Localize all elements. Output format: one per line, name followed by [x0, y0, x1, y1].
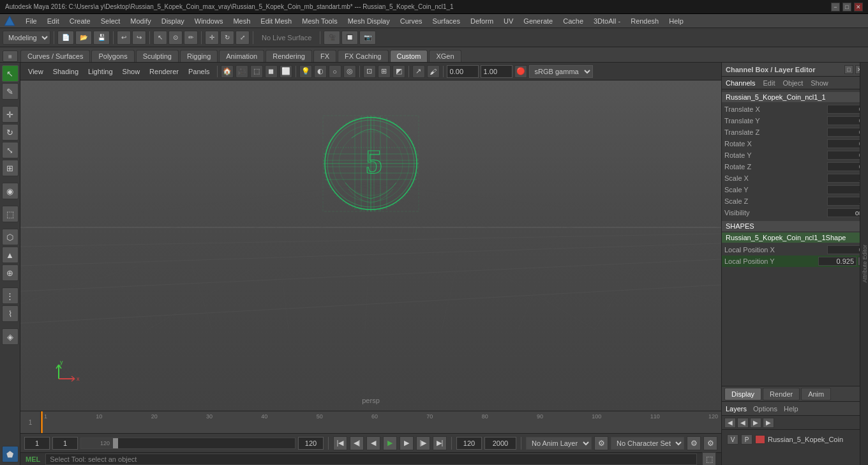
cb-tab-show[interactable]: Show — [811, 79, 828, 87]
soft-select-btn[interactable]: ◉ — [2, 183, 19, 199]
menu-item-windows[interactable]: Windows — [190, 16, 228, 26]
layers-tab-help[interactable]: Help — [784, 405, 798, 413]
lasso-tool-btn[interactable]: ⊙ — [168, 31, 183, 45]
anim-layer-select[interactable]: No Anim Layer — [526, 437, 592, 450]
rotate-btn[interactable]: ↻ — [2, 124, 19, 141]
vp-view-menu[interactable]: View — [24, 66, 47, 77]
vp-smooth-btn[interactable]: ◼ — [265, 65, 278, 78]
menu-item-mesh-display[interactable]: Mesh Display — [343, 16, 395, 26]
vp-select-btn[interactable]: ↗ — [412, 65, 425, 78]
marquee-btn[interactable]: ⬚ — [2, 206, 19, 222]
menu-item-display[interactable]: Display — [156, 16, 190, 26]
shelf-tab-fx[interactable]: FX — [313, 50, 336, 62]
shelf-shortcut-btn[interactable]: ⬟ — [2, 446, 19, 462]
vp-grid-btn[interactable]: ⊞ — [378, 65, 391, 78]
cb-attr-local-pos-y[interactable]: Local Position Y 0.925 ▼ — [722, 255, 868, 267]
camera-btn[interactable]: 🎥 — [324, 31, 340, 45]
cb-attr-translate-x[interactable]: Translate X 0 — [722, 103, 868, 115]
cb-tab-channels[interactable]: Channels — [726, 79, 755, 87]
menu-item-edit-mesh[interactable]: Edit Mesh — [255, 16, 297, 26]
shelf-tab-custom[interactable]: Custom — [390, 50, 428, 62]
disp-tab-display[interactable]: Display — [724, 388, 761, 400]
next-frame-btn[interactable]: ▶ — [400, 436, 414, 450]
menu-item-rendesh[interactable]: Rendesh — [625, 16, 664, 26]
cb-float-btn[interactable]: □ — [844, 65, 853, 74]
anim-layer-gear[interactable]: ⚙ — [594, 436, 608, 450]
layer-playback-btn[interactable]: P — [741, 434, 752, 445]
rotate-tool-btn[interactable]: ↻ — [220, 31, 234, 45]
vp-gamma-select[interactable]: sRGB gamma — [529, 65, 593, 78]
vp-renderer-menu[interactable]: Renderer — [146, 66, 183, 77]
layers-fwd-btn-2[interactable]: ▶ — [763, 418, 774, 428]
vp-shadow-btn[interactable]: ◐ — [314, 65, 327, 78]
shelf-tab-fx-caching[interactable]: FX Caching — [338, 50, 388, 62]
new-file-btn[interactable]: 📄 — [57, 31, 74, 45]
shelf-tab-sculpting[interactable]: Sculpting — [136, 50, 179, 62]
menu-item-select[interactable]: Select — [96, 16, 126, 26]
menu-item-curves[interactable]: Curves — [395, 16, 428, 26]
menu-item-3dtoall--[interactable]: 3DtoAll - — [588, 16, 625, 26]
cb-attr-rotate-x[interactable]: Rotate X 0 — [722, 138, 868, 149]
minimize-button[interactable]: − — [831, 3, 840, 11]
workspace-select[interactable]: Modeling — [3, 31, 50, 45]
vp-camera-btn[interactable]: 🎥 — [236, 65, 248, 78]
vp-isolate-btn[interactable]: ⊡ — [363, 65, 376, 78]
vp-hud-btn[interactable]: ◩ — [393, 65, 405, 78]
move-tool-btn[interactable]: ✛ — [205, 31, 219, 45]
cb-tab-object[interactable]: Object — [782, 79, 803, 87]
cb-attr-visibility[interactable]: Visibility on — [722, 207, 868, 218]
cb-attr-translate-z[interactable]: Translate Z 0 — [722, 126, 868, 138]
go-to-end-btn[interactable]: ▶| — [433, 436, 447, 450]
menu-item-deform[interactable]: Deform — [465, 16, 498, 26]
play-forward-btn[interactable]: ▶ — [383, 436, 397, 450]
cb-value-lpy[interactable]: 0.925 — [818, 257, 857, 266]
go-to-start-btn[interactable]: |◀ — [333, 436, 347, 450]
fps-input[interactable] — [484, 437, 516, 450]
close-button[interactable]: ✕ — [854, 3, 863, 11]
shelf-tab-xgen[interactable]: XGen — [429, 50, 461, 62]
open-file-btn[interactable]: 📂 — [75, 31, 92, 45]
display-layer-btn[interactable]: ◈ — [2, 328, 19, 345]
menu-item-modify[interactable]: Modify — [125, 16, 156, 26]
snapshot-btn[interactable]: 📷 — [359, 31, 376, 45]
cb-attr-scale-y[interactable]: Scale Y 1 — [722, 184, 868, 195]
vp-frame-input-1[interactable] — [447, 65, 479, 78]
attr-editor-tab-label[interactable]: Attribute Editor — [860, 242, 869, 286]
vp-frame-input-2[interactable] — [481, 65, 513, 78]
select-tool-btn[interactable]: ↖ — [153, 31, 167, 45]
snap-grid-btn[interactable]: ⋮ — [2, 287, 19, 304]
menu-item-mesh-tools[interactable]: Mesh Tools — [297, 16, 342, 26]
command-input-area[interactable]: Select Tool: select an object — [45, 454, 697, 465]
vp-paint-btn[interactable]: 🖌 — [427, 65, 440, 78]
shelf-tab-animation[interactable]: Animation — [219, 50, 264, 62]
range-end-input[interactable] — [298, 437, 324, 450]
layers-fwd-btn-1[interactable]: ▶ — [750, 418, 761, 428]
shelf-tab-rigging[interactable]: Rigging — [180, 50, 218, 62]
cb-attr-scale-z[interactable]: Scale Z 1 — [722, 195, 868, 207]
layers-tab-options[interactable]: Options — [753, 405, 777, 413]
shelf-tab-curves--surfaces[interactable]: Curves / Surfaces — [20, 50, 90, 62]
char-set-gear-1[interactable]: ⚙ — [687, 436, 701, 450]
render-btn[interactable]: 🔲 — [341, 31, 358, 45]
cb-tab-edit[interactable]: Edit — [763, 79, 775, 87]
prev-key-btn[interactable]: ◀| — [350, 436, 364, 450]
coin-object[interactable]: 5 — [320, 112, 422, 215]
next-key-btn[interactable]: |▶ — [416, 436, 430, 450]
status-gear[interactable]: ⬚ — [702, 452, 716, 466]
current-frame-input[interactable] — [24, 437, 50, 450]
char-set-select[interactable]: No Character Set — [611, 437, 684, 450]
scale-btn[interactable]: ⤡ — [2, 142, 19, 158]
vp-shading-menu[interactable]: Shading — [49, 66, 82, 77]
vp-lighting-menu[interactable]: Lighting — [84, 66, 117, 77]
shelf-icon-btn[interactable]: ≡ — [3, 50, 18, 62]
redo-btn[interactable]: ↪ — [132, 31, 146, 45]
cb-attr-translate-y[interactable]: Translate Y 0 — [722, 115, 868, 126]
cb-attr-rotate-z[interactable]: Rotate Z 0 — [722, 161, 868, 172]
menu-item-edit[interactable]: Edit — [42, 16, 64, 26]
menu-item-surfaces[interactable]: Surfaces — [428, 16, 465, 26]
timeline-ruler[interactable]: 1 10 20 30 40 50 60 70 80 90 100 110 120 — [41, 411, 721, 433]
paint-select-btn[interactable]: ✏ — [184, 31, 198, 45]
frame-range-bar[interactable]: 120 — [80, 438, 296, 449]
view-cube-btn[interactable]: ⬡ — [2, 229, 19, 245]
menu-item-help[interactable]: Help — [664, 16, 689, 26]
